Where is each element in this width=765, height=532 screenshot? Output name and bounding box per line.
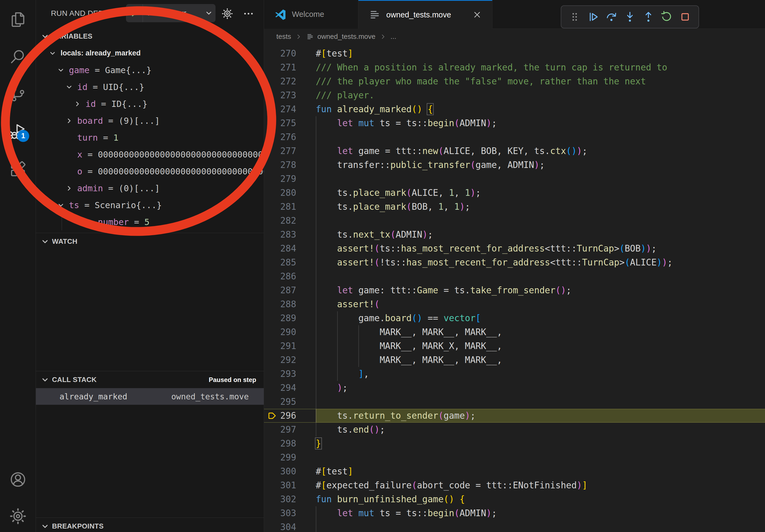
activity-bar-source-control[interactable] (0, 82, 36, 107)
code-line-271[interactable]: 271/// When a position is already marked… (264, 61, 765, 75)
call-stack-frame[interactable]: already_markedowned_tests.move (36, 388, 264, 405)
more-actions-icon[interactable] (241, 6, 256, 21)
gear-icon[interactable] (220, 6, 235, 21)
variable-row[interactable]: txn_number = 5 (36, 213, 264, 230)
code-text[interactable]: } (316, 437, 321, 450)
continue-button[interactable] (586, 10, 600, 24)
line-number[interactable]: 293 (264, 367, 296, 381)
code-text[interactable]: assert!(ts::has_most_recent_for_address<… (316, 242, 657, 256)
code-text[interactable]: fun already_marked() { (316, 102, 433, 116)
activity-bar-extensions[interactable] (0, 156, 36, 182)
code-line-283[interactable]: 283 ts.next_tx(ADMIN); (264, 228, 765, 242)
step-out-button[interactable] (641, 10, 655, 24)
code-line-288[interactable]: 288 assert!( (264, 297, 765, 311)
code-text[interactable]: let game = ttt::new(ALICE, BOB, KEY, ts.… (316, 144, 587, 158)
line-number[interactable]: 298 (264, 437, 296, 450)
tab-owned-tests-move[interactable]: owned_tests.move (359, 0, 492, 29)
activity-bar-search[interactable] (0, 44, 36, 70)
variable-row[interactable]: locals: already_marked (36, 45, 264, 62)
line-number[interactable]: 282 (264, 214, 296, 228)
code-text[interactable]: ); (316, 381, 348, 395)
code-text[interactable]: assert!(!ts::has_most_recent_for_address… (316, 256, 672, 269)
line-number[interactable]: 299 (264, 450, 296, 464)
line-number[interactable]: 300 (264, 464, 296, 478)
line-number[interactable]: 271 (264, 61, 296, 75)
close-icon[interactable] (472, 10, 482, 20)
code-text[interactable]: MARK__, MARK__, MARK__, (316, 325, 502, 339)
code-line-274[interactable]: 274fun already_marked() { (264, 102, 765, 116)
code-line-291[interactable]: 291 MARK__, MARK_X, MARK__, (264, 339, 765, 353)
code-line-296[interactable]: 296 ts.return_to_sender(game); (264, 409, 765, 423)
code-line-295[interactable]: 295 (264, 395, 765, 409)
code-text[interactable]: /// When a position is already marked, t… (316, 61, 667, 75)
line-number[interactable]: 281 (264, 200, 296, 214)
code-line-298[interactable]: 298} (264, 437, 765, 450)
breadcrumb-item[interactable]: ... (390, 32, 396, 41)
code-text[interactable]: /// the player who made the "false" move… (316, 75, 646, 89)
code-text[interactable]: ts.place_mark(ALICE, 1, 1); (316, 186, 481, 200)
line-number[interactable]: 296 (264, 409, 296, 423)
variable-row[interactable]: x = 000000000000000000000000000000000000… (36, 146, 264, 163)
line-number[interactable]: 279 (264, 172, 296, 186)
breadcrumb-item[interactable]: owned_tests.move (306, 32, 376, 41)
code-line-304[interactable]: 304 (264, 520, 765, 532)
code-text[interactable]: let mut ts = ts::begin(ADMIN); (316, 506, 497, 520)
code-text[interactable]: ts.place_mark(BOB, 1, 1); (316, 200, 470, 214)
line-number[interactable]: 289 (264, 311, 296, 325)
variable-row[interactable]: id = UID{...} (36, 79, 264, 95)
line-number[interactable]: 277 (264, 144, 296, 158)
line-number[interactable]: 284 (264, 242, 296, 256)
code-line-301[interactable]: 301#[expected_failure(abort_code = ttt::… (264, 478, 765, 492)
line-number[interactable]: 287 (264, 283, 296, 297)
line-number[interactable]: 280 (264, 186, 296, 200)
code-line-292[interactable]: 292 MARK__, MARK__, MARK__, (264, 353, 765, 367)
call-stack-section-header[interactable]: CALL STACK Paused on step (36, 371, 264, 388)
code-text[interactable]: game.board() == vector[ (316, 311, 481, 325)
code-text[interactable]: let game: ttt::Game = ts.take_from_sende… (316, 283, 571, 297)
code-line-278[interactable]: 278 transfer::public_transfer(game, ADMI… (264, 158, 765, 172)
code-line-280[interactable]: 280 ts.place_mark(ALICE, 1, 1); (264, 186, 765, 200)
code-line-270[interactable]: 270#[test] (264, 47, 765, 61)
line-number[interactable]: 302 (264, 492, 296, 506)
code-line-285[interactable]: 285 assert!(!ts::has_most_recent_for_add… (264, 256, 765, 269)
grip-handle[interactable] (568, 10, 582, 24)
code-text[interactable]: MARK__, MARK_X, MARK__, (316, 339, 502, 353)
code-line-290[interactable]: 290 MARK__, MARK__, MARK__, (264, 325, 765, 339)
line-number[interactable]: 285 (264, 256, 296, 269)
variable-row[interactable]: board = (9)[...] (36, 112, 264, 129)
code-text[interactable]: fun burn_unfinished_game() { (316, 492, 465, 506)
code-line-273[interactable]: 273/// player. (264, 89, 765, 102)
line-number[interactable]: 270 (264, 47, 296, 61)
activity-bar-account[interactable] (0, 467, 36, 492)
stop-button[interactable] (678, 10, 692, 24)
breadcrumb-item[interactable]: tests (276, 32, 291, 41)
variable-row[interactable]: ts = Scenario{...} (36, 197, 264, 213)
line-number[interactable]: 301 (264, 478, 296, 492)
code-line-293[interactable]: 293 ], (264, 367, 765, 381)
code-line-281[interactable]: 281 ts.place_mark(BOB, 1, 1); (264, 200, 765, 214)
line-number[interactable]: 278 (264, 158, 296, 172)
code-text[interactable]: let mut ts = ts::begin(ADMIN); (316, 116, 497, 130)
code-line-289[interactable]: 289 game.board() == vector[ (264, 311, 765, 325)
code-line-282[interactable]: 282 (264, 214, 765, 228)
line-number[interactable]: 294 (264, 381, 296, 395)
code-text[interactable]: #[expected_failure(abort_code = ttt::ENo… (316, 478, 587, 492)
code-line-287[interactable]: 287 let game: ttt::Game = ts.take_from_s… (264, 283, 765, 297)
variable-row[interactable]: id = ID{...} (36, 95, 264, 112)
line-number[interactable]: 292 (264, 353, 296, 367)
code-text[interactable]: ts.end(); (316, 423, 385, 437)
variable-row[interactable]: o = 000000000000000000000000000000000000… (36, 163, 264, 180)
step-into-button[interactable] (623, 10, 637, 24)
line-number[interactable]: 275 (264, 116, 296, 130)
activity-bar-explorer[interactable] (0, 6, 36, 32)
code-text[interactable]: #[test] (316, 464, 353, 478)
line-number[interactable]: 272 (264, 75, 296, 89)
tab-welcome[interactable]: Welcome (264, 0, 359, 29)
code-text[interactable]: #[test] (316, 47, 353, 61)
code-text[interactable]: assert!( (316, 297, 380, 311)
code-line-284[interactable]: 284 assert!(ts::has_most_recent_for_addr… (264, 242, 765, 256)
code-line-277[interactable]: 277 let game = ttt::new(ALICE, BOB, KEY,… (264, 144, 765, 158)
line-number[interactable]: 273 (264, 89, 296, 102)
line-number[interactable]: 291 (264, 339, 296, 353)
line-number[interactable]: 276 (264, 130, 296, 144)
